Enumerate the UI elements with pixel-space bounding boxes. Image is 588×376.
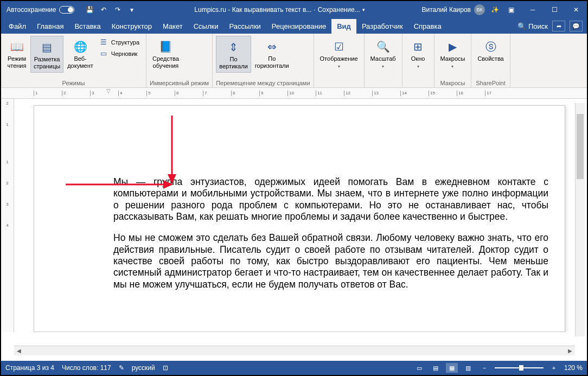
annotation-arrow-vertical: [165, 116, 178, 185]
learning-tools-button[interactable]: 📘 Средстваобучения: [150, 36, 182, 72]
accessibility-icon[interactable]: ⊡: [163, 364, 168, 372]
ribbon: 📖 Режимчтения ▤ Разметкастраницы 🌐 Веб-д…: [1, 34, 587, 88]
undo-icon[interactable]: ↶: [98, 4, 109, 15]
zoom-button[interactable]: 🔍 Масштаб▾: [368, 36, 399, 72]
zoom-icon: 🔍: [376, 38, 390, 55]
tab-mailings[interactable]: Рассылки: [223, 19, 266, 34]
group-immersive: 📘 Средстваобучения Иммерсивный режим: [146, 34, 213, 87]
outline-button[interactable]: ☰Структура: [98, 37, 142, 47]
scroll-right-icon[interactable]: ▶: [565, 348, 575, 354]
tab-insert[interactable]: Вставка: [69, 19, 106, 34]
window-button[interactable]: ⊞ Окно▾: [406, 36, 431, 72]
read-mode-button[interactable]: 📖 Режимчтения: [4, 36, 29, 72]
ribbon-options-icon[interactable]: ▣: [500, 1, 522, 18]
tab-design[interactable]: Конструктор: [106, 19, 157, 34]
ribbon-tabs: Файл Главная Вставка Конструктор Макет С…: [1, 18, 587, 34]
scrollbar-thumb[interactable]: [577, 114, 584, 179]
coming-soon-icon[interactable]: ✨: [489, 4, 500, 15]
focus-view-icon[interactable]: ▭: [413, 363, 425, 373]
maximize-icon[interactable]: ☐: [544, 1, 565, 18]
tab-file[interactable]: Файл: [3, 19, 31, 34]
group-label-sharepoint: SharePoint: [475, 79, 506, 86]
doc-title-text: Lumpics.ru - Как выравнивать текст в...: [194, 6, 311, 14]
redo-icon[interactable]: ↷: [112, 4, 123, 15]
page-indicator[interactable]: Страница 3 из 4: [5, 364, 54, 372]
show-icon: ☑: [334, 38, 344, 55]
group-show: ☑ Отображение▾: [314, 34, 365, 87]
search-button[interactable]: 🔍 Поиск: [517, 22, 548, 30]
window-icon: ⊞: [413, 38, 423, 55]
draft-icon: ▭: [100, 49, 109, 58]
comments-button[interactable]: 💬: [570, 21, 583, 31]
tab-review[interactable]: Рецензирование: [266, 19, 331, 34]
search-label: Поиск: [528, 22, 548, 30]
search-icon: 🔍: [517, 22, 526, 30]
document-title: Lumpics.ru - Как выравнивать текст в... …: [142, 6, 417, 14]
vertical-button[interactable]: ⇕ Повертикали: [216, 36, 251, 73]
toggle-switch-icon[interactable]: [59, 6, 74, 14]
horizontal-scrollbar[interactable]: ◀ ▶: [14, 346, 575, 355]
vertical-icon: ⇕: [229, 39, 238, 56]
account-button[interactable]: Виталий Каиров ВК: [417, 4, 489, 15]
qat-more-icon[interactable]: ▾: [126, 4, 137, 15]
zoom-slider[interactable]: [495, 367, 544, 368]
group-label-immersive: Иммерсивный режим: [150, 79, 209, 86]
tab-help[interactable]: Справка: [408, 19, 447, 34]
outline-icon: ☰: [100, 38, 109, 46]
group-label-macros: Макросы: [438, 79, 468, 86]
user-name: Виталий Каиров: [421, 6, 471, 14]
spellcheck-icon[interactable]: ✎: [119, 364, 124, 372]
zoom-level[interactable]: 120 %: [564, 364, 583, 372]
document-area: 211234 Мы — группа энтузиастов, одержимы…: [1, 99, 587, 332]
title-bar: Автосохранение 💾 ↶ ↷ ▾ Lumpics.ru - Как …: [1, 1, 587, 18]
saving-status: Сохранение...: [318, 6, 360, 14]
macros-button[interactable]: ▶ Макросы▾: [438, 36, 468, 72]
properties-icon: ⓢ: [485, 38, 496, 55]
web-layout-icon: 🌐: [74, 38, 87, 55]
save-icon[interactable]: 💾: [84, 4, 95, 15]
close-icon[interactable]: ✕: [565, 1, 587, 18]
tab-layout[interactable]: Макет: [157, 19, 188, 34]
page[interactable]: Мы — группа энтузиастов, одержимых идеей…: [34, 105, 565, 332]
group-zoom: 🔍 Масштаб▾: [365, 34, 402, 87]
zoom-in-icon[interactable]: +: [548, 363, 560, 373]
tab-references[interactable]: Ссылки: [188, 19, 224, 34]
learning-tools-icon: 📘: [159, 38, 172, 55]
paragraph-2[interactable]: Но мы не сможем это сделать без Вашей об…: [113, 232, 548, 290]
horizontal-button[interactable]: ⇔ Погоризонтали: [252, 36, 292, 72]
vertical-scrollbar[interactable]: [575, 103, 585, 336]
print-view-icon[interactable]: ▦: [446, 363, 458, 373]
autosave-toggle[interactable]: Автосохранение: [1, 6, 80, 14]
web-view-icon[interactable]: ▥: [462, 363, 474, 373]
group-modes: 📖 Режимчтения ▤ Разметкастраницы 🌐 Веб-д…: [1, 34, 146, 87]
group-label-page-movement: Перемещение между страницами: [216, 79, 310, 86]
group-window: ⊞ Окно▾: [402, 34, 434, 87]
group-page-movement: ⇕ Повертикали ⇔ Погоризонтали Перемещени…: [213, 34, 314, 87]
tab-developer[interactable]: Разработчик: [356, 19, 408, 34]
tab-view[interactable]: Вид: [331, 19, 356, 34]
quick-access-toolbar: 💾 ↶ ↷ ▾: [80, 4, 142, 15]
draft-button[interactable]: ▭Черновик: [98, 48, 142, 59]
word-count[interactable]: Число слов: 117: [62, 364, 111, 372]
read-view-icon[interactable]: ▤: [430, 363, 442, 373]
macros-icon: ▶: [449, 38, 457, 55]
page-content[interactable]: Мы — группа энтузиастов, одержимых идеей…: [34, 106, 565, 311]
print-layout-icon: ▤: [42, 39, 52, 56]
web-layout-button[interactable]: 🌐 Веб-документ: [65, 36, 96, 72]
horizontal-ruler[interactable]: ▽ 1234567891011121314151617: [1, 88, 587, 99]
scroll-left-icon[interactable]: ◀: [14, 348, 24, 354]
print-layout-button[interactable]: ▤ Разметкастраницы: [30, 36, 63, 73]
minimize-icon[interactable]: ─: [522, 1, 544, 18]
paragraph-1[interactable]: Мы — группа энтузиастов, одержимых идеей…: [113, 176, 548, 222]
avatar-icon: ВК: [474, 4, 485, 15]
group-label-modes: Режимы: [4, 79, 143, 86]
window-controls: ▣ ─ ☐ ✕: [500, 1, 587, 18]
language-indicator[interactable]: русский: [132, 364, 155, 372]
show-button[interactable]: ☑ Отображение▾: [317, 36, 361, 72]
zoom-out-icon[interactable]: −: [478, 363, 490, 373]
tab-home[interactable]: Главная: [31, 19, 69, 34]
vertical-ruler[interactable]: 211234: [1, 99, 14, 332]
share-button[interactable]: ➦: [552, 21, 565, 31]
horizontal-icon: ⇔: [267, 38, 277, 55]
properties-button[interactable]: ⓢ Свойства: [475, 36, 506, 65]
